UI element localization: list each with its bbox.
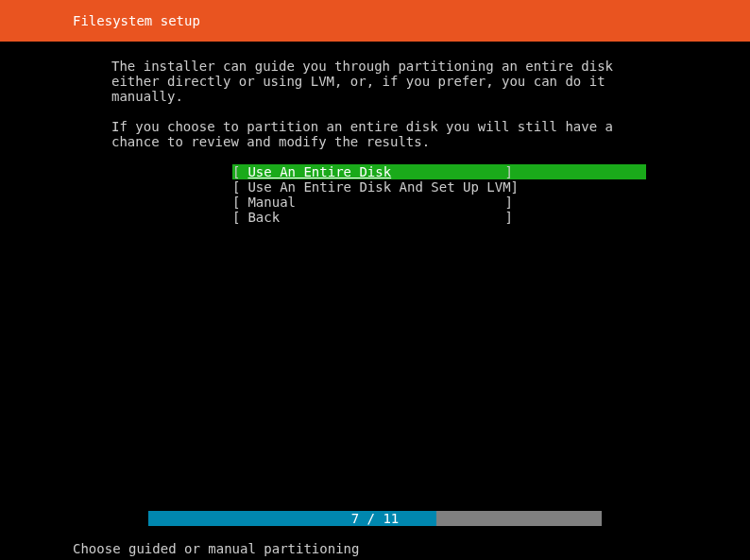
menu-item-label: Manual (240, 195, 504, 210)
bracket-right: ] (504, 210, 512, 225)
bracket-left: [ (232, 210, 240, 225)
header-bar: Filesystem setup (0, 0, 750, 42)
bracket-right: ] (504, 195, 512, 210)
bracket-right: ] (504, 164, 512, 179)
progress-text: 7 / 11 (148, 511, 602, 526)
menu-item-back[interactable]: [Back] (232, 210, 646, 225)
menu-item-label: Use An Entire Disk And Set Up LVM (240, 179, 510, 195)
status-line: Choose guided or manual partitioning (0, 541, 750, 560)
bracket-left: [ (232, 195, 240, 210)
menu-item-manual[interactable]: [Manual] (232, 195, 646, 210)
content-area: The installer can guide you through part… (0, 42, 750, 225)
description-para-1: The installer can guide you through part… (111, 59, 646, 104)
progress-bar: 7 / 11 (148, 511, 602, 526)
menu-list: [Use An Entire Disk] [Use An Entire Disk… (232, 164, 646, 225)
bracket-left: [ (232, 179, 240, 195)
footer: 7 / 11 Choose guided or manual partition… (0, 511, 750, 560)
menu-item-use-entire-disk-lvm[interactable]: [Use An Entire Disk And Set Up LVM] (232, 179, 646, 195)
bracket-right: ] (511, 179, 519, 195)
menu-item-use-entire-disk[interactable]: [Use An Entire Disk] (232, 164, 646, 179)
menu-item-label: Back (240, 210, 504, 225)
menu-item-label: Use An Entire Disk (240, 164, 504, 179)
bracket-left: [ (232, 164, 240, 179)
description-para-2: If you choose to partition an entire dis… (111, 119, 646, 149)
description-text: The installer can guide you through part… (111, 59, 646, 149)
page-title: Filesystem setup (73, 13, 200, 28)
